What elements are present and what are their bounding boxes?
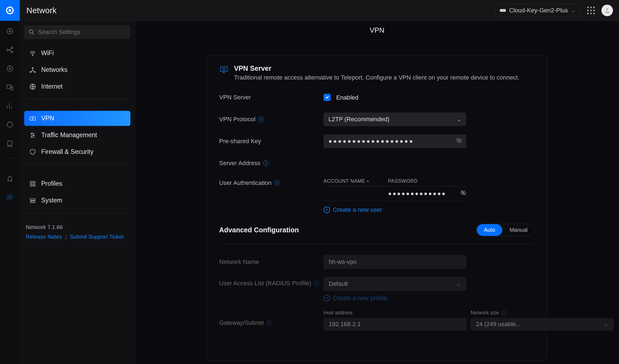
info-icon[interactable]: i <box>267 320 272 326</box>
svg-point-4 <box>9 30 11 32</box>
nav-label: Networks <box>41 66 68 74</box>
svg-rect-21 <box>30 117 35 120</box>
label-host-address: Host address <box>324 310 466 316</box>
rail-stats-icon[interactable] <box>5 101 15 111</box>
rail-circle-icon[interactable] <box>5 64 15 74</box>
wifi-icon <box>29 50 36 57</box>
page-title: VPN <box>135 21 619 40</box>
info-icon[interactable]: i <box>501 310 507 316</box>
device-name: Cloud-Key-Gen2-Plus <box>509 7 568 14</box>
chevron-down-icon: ⌄ <box>456 116 461 123</box>
info-icon[interactable]: i <box>258 117 264 122</box>
vpn-icon <box>29 115 36 122</box>
search-settings[interactable] <box>24 25 130 39</box>
rail-dashboard-icon[interactable] <box>5 26 15 36</box>
preshared-key-field[interactable]: ●●●●●●●●●●●●●●●●●● <box>324 134 466 148</box>
sort-icon: ▾ <box>367 179 369 184</box>
plus-icon: + <box>324 295 330 301</box>
networks-icon <box>29 66 36 74</box>
chevron-down-icon: ⌄ <box>456 280 461 287</box>
eye-off-icon[interactable] <box>460 190 466 197</box>
label-network-name: Network Name <box>219 258 324 266</box>
device-icon <box>500 9 506 12</box>
section-desc: Traditional remote access alternative to… <box>234 74 519 81</box>
profiles-icon <box>29 180 36 187</box>
chevron-down-icon: ⌄ <box>603 321 608 328</box>
rail-gateway-icon[interactable] <box>5 138 15 148</box>
nav-label: WiFi <box>41 49 54 57</box>
rail-notifications-icon[interactable] <box>5 174 15 184</box>
search-icon <box>29 29 35 35</box>
info-icon[interactable]: i <box>263 160 269 166</box>
rail-devices-icon[interactable] <box>5 82 15 92</box>
search-input[interactable] <box>38 29 126 36</box>
svg-point-1 <box>9 9 11 12</box>
apps-grid-icon[interactable] <box>587 7 595 14</box>
segment-auto[interactable]: Auto <box>477 224 502 236</box>
sidebar-item-system[interactable]: System <box>24 193 130 208</box>
create-user-link[interactable]: + Create a new user <box>324 206 466 213</box>
system-icon <box>29 197 36 204</box>
rail-insights-icon[interactable] <box>5 120 15 129</box>
svg-point-8 <box>7 66 13 71</box>
traffic-icon <box>29 132 36 139</box>
eye-off-icon[interactable] <box>456 137 462 145</box>
nav-label: Firewall & Security <box>41 148 93 156</box>
label-vpn-server: VPN Server <box>219 94 324 101</box>
svg-rect-29 <box>33 184 35 186</box>
globe-icon <box>29 83 36 90</box>
config-mode-toggle[interactable]: Auto Manual <box>476 224 535 236</box>
sidebar-item-internet[interactable]: Internet <box>24 79 130 94</box>
svg-point-22 <box>32 118 33 119</box>
svg-point-19 <box>34 71 35 72</box>
user-password-mask: ●●●●●●●●●●●●● <box>388 190 446 197</box>
release-notes-link[interactable]: Release Notes <box>26 234 62 240</box>
support-ticket-link[interactable]: Submit Support Ticket <box>70 234 124 240</box>
nav-label: Internet <box>41 83 63 90</box>
shield-icon <box>29 148 36 156</box>
info-icon[interactable]: i <box>314 281 319 286</box>
brand-logo[interactable] <box>0 0 20 21</box>
sidebar-footer: Network 7.1.66 Release Notes | Submit Su… <box>24 223 130 240</box>
vpn-server-panel: VPN Server Traditional remote access alt… <box>207 55 547 361</box>
user-avatar[interactable] <box>601 5 613 16</box>
user-row[interactable]: ●●●●●●●●●●●●● <box>324 187 466 201</box>
device-picker[interactable]: Cloud-Key-Gen2-Plus ⌄ <box>495 4 581 17</box>
app-title: Network <box>26 6 57 15</box>
sidebar-item-firewall[interactable]: Firewall & Security <box>24 144 130 159</box>
monitor-vpn-icon <box>219 65 228 74</box>
label-gateway-subnet: Gateway/Subnet i <box>219 310 324 326</box>
protocol-value: L2TP (Recommended) <box>328 116 389 123</box>
divider <box>26 164 129 165</box>
network-size-select: 24 (249 usable... ⌄ <box>471 318 614 331</box>
svg-rect-27 <box>33 181 35 183</box>
segment-manual[interactable]: Manual <box>502 224 535 236</box>
radius-profile-select: Default ⌄ <box>324 277 466 291</box>
label-server-address: Server Address i <box>219 160 324 167</box>
sidebar-item-traffic[interactable]: Traffic Management <box>24 128 130 143</box>
nav-label: Traffic Management <box>41 131 97 139</box>
col-account-name[interactable]: ACCOUNT NAME ▾ <box>324 178 388 184</box>
sidebar-item-profiles[interactable]: Profiles <box>24 176 130 191</box>
version-text: Network 7.1.66 <box>26 224 129 230</box>
svg-point-25 <box>31 136 32 137</box>
svg-point-33 <box>223 68 225 70</box>
vpn-enabled-checkbox[interactable] <box>324 94 331 101</box>
info-icon[interactable]: i <box>274 180 280 186</box>
sidebar-item-networks[interactable]: Networks <box>24 62 130 77</box>
svg-rect-26 <box>30 181 32 183</box>
svg-point-24 <box>33 135 34 136</box>
topbar: Network Cloud-Key-Gen2-Plus ⌄ <box>0 0 619 21</box>
svg-point-9 <box>9 68 11 69</box>
svg-rect-28 <box>30 184 32 186</box>
rail-settings-icon[interactable] <box>5 192 15 202</box>
nav-label: VPN <box>41 115 54 122</box>
divider <box>26 99 129 99</box>
svg-point-23 <box>31 133 32 134</box>
nav-label: System <box>41 197 62 204</box>
protocol-select[interactable]: L2TP (Recommended) ⌄ <box>324 112 466 126</box>
svg-rect-30 <box>30 199 35 200</box>
sidebar-item-vpn[interactable]: VPN <box>24 111 130 126</box>
rail-topology-icon[interactable] <box>5 45 15 55</box>
sidebar-item-wifi[interactable]: WiFi <box>24 46 130 61</box>
